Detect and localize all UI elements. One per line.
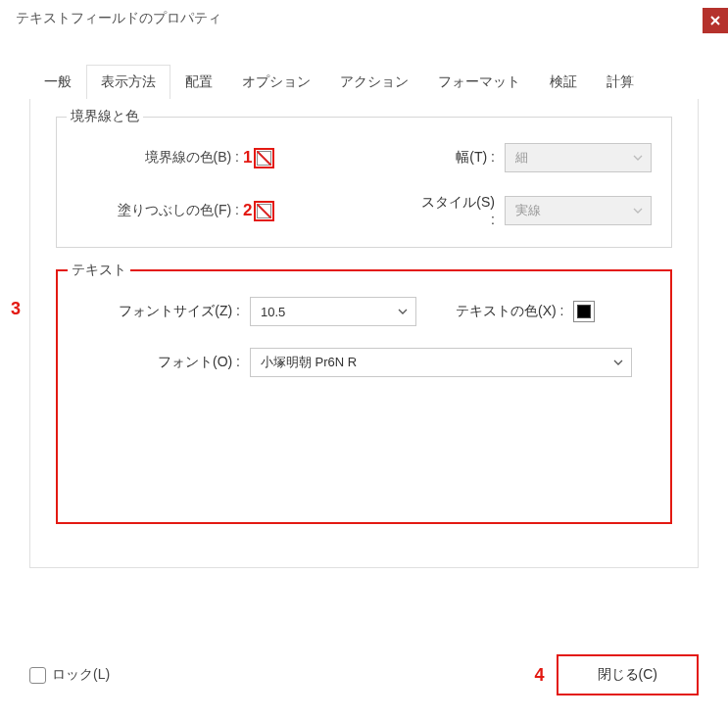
font-value: 小塚明朝 Pr6N R [261,354,357,371]
style-select[interactable]: 実線 [505,196,652,225]
annotation-2: 2 [243,201,252,220]
border-legend: 境界線と色 [67,108,143,125]
tab-panel: 境界線と色 境界線の色(B) : 1 幅(T) : 細 塗りつぶしの色(F) :… [29,99,699,568]
font-size-select[interactable]: 10.5 [250,297,416,326]
lock-label: ロック(L) [52,666,110,684]
font-label: フォント(O) : [77,354,250,371]
close-icon [710,16,720,25]
tab-calculate[interactable]: 計算 [592,65,649,99]
style-value: 実線 [515,202,541,219]
tab-general[interactable]: 一般 [29,65,86,99]
border-color-label: 境界線の色(B) : [76,149,245,167]
font-select[interactable]: 小塚明朝 Pr6N R [250,348,632,377]
tab-actions[interactable]: アクション [325,65,423,99]
close-button[interactable]: 閉じる(C) [557,654,699,695]
no-color-icon [257,204,271,218]
tab-display[interactable]: 表示方法 [86,65,170,99]
fill-color-label: 塗りつぶしの色(F) : [76,202,245,219]
font-size-label: フォントサイズ(Z) : [77,303,250,320]
text-color-label: テキストの色(X) : [456,303,563,320]
annotation-4: 4 [535,665,545,686]
tab-layout[interactable]: 配置 [170,65,227,99]
fill-color-swatch[interactable] [254,201,274,221]
tab-format[interactable]: フォーマット [423,65,535,99]
tab-options[interactable]: オプション [227,65,325,99]
chevron-down-icon [613,360,623,365]
dialog-title: テキストフィールドのプロパティ [16,10,221,27]
annotation-1: 1 [243,148,252,168]
border-color-swatch[interactable] [254,148,274,168]
width-label: 幅(T) : [416,149,505,167]
chevron-down-icon [398,309,408,314]
black-color-icon [577,305,591,318]
text-color-swatch[interactable] [573,301,595,322]
tab-validate[interactable]: 検証 [535,65,592,99]
window-close-button[interactable] [703,8,728,33]
chevron-down-icon [633,155,643,161]
width-value: 細 [515,149,528,167]
width-select[interactable]: 細 [505,143,652,172]
style-label: スタイル(S) : [416,194,505,227]
chevron-down-icon [633,208,643,214]
text-section: テキスト フォントサイズ(Z) : 10.5 テキストの色(X) : フォント(… [56,269,672,524]
no-color-icon [257,151,271,166]
checkbox-icon [29,667,46,684]
annotation-3: 3 [11,299,21,319]
text-legend: テキスト [68,262,130,279]
tab-bar: 一般 表示方法 配置 オプション アクション フォーマット 検証 計算 [0,33,728,99]
border-color-section: 境界線と色 境界線の色(B) : 1 幅(T) : 細 塗りつぶしの色(F) :… [56,117,672,248]
font-size-value: 10.5 [261,305,285,319]
lock-checkbox[interactable]: ロック(L) [29,666,110,684]
